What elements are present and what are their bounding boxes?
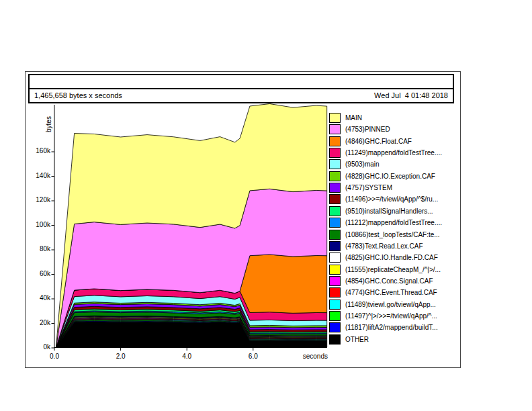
y-tick-label: 60k [40,270,51,277]
legend-row: (11817)liftA2/mappend/buildT... [329,322,438,333]
y-tick-label: 80k [40,245,51,253]
x-tick-label: 6.0 [249,353,258,360]
legend-swatch [329,148,341,158]
x-axis-label: seconds [303,353,328,360]
legend-row: (9503)main [329,158,380,170]
legend-swatch [329,218,341,228]
legend-row: (11555)replicateCheapM_/^|>/... [329,264,441,275]
legend-swatch [329,300,341,310]
legend-row: (4846)GHC.Float.CAF [329,136,412,147]
legend-label: (11497)^|>/>>=/tviewl/qApp/^... [345,311,437,321]
legend-swatch [329,311,341,321]
y-axis-label: bytes [45,116,52,132]
legend-label: (4825)GHC.IO.Handle.FD.CAF [345,253,438,263]
x-tick-label: 2.0 [116,353,126,360]
legend-swatch [329,136,341,146]
legend-row: OTHER [329,334,369,345]
legend: MAIN(4753)PINNED(4846)GHC.Float.CAF(1124… [329,112,460,351]
legend-label: (9510)installSignalHandlers... [345,206,433,216]
y-tick-label: 140k [36,172,51,179]
legend-label: (4846)GHC.Float.CAF [345,136,412,146]
legend-swatch [329,334,341,345]
legend-swatch [329,230,341,240]
legend-swatch [329,287,341,298]
legend-swatch [329,183,341,193]
legend-label: (4757)SYSTEM [345,183,392,193]
legend-swatch [329,206,341,216]
legend-row: MAIN [329,112,362,124]
legend-label: (4774)GHC.Event.Thread.CAF [345,287,437,298]
stacked-areas [56,104,327,348]
y-tick-label: 160k [36,147,51,154]
legend-label: (4828)GHC.IO.Exception.CAF [345,171,435,181]
y-tick-label: 20k [40,319,51,326]
legend-row: (4825)GHC.IO.Handle.FD.CAF [329,252,438,263]
legend-swatch [329,171,341,181]
legend-label: (10866)test_loopTests/CAF:te... [345,230,440,240]
legend-row: (4753)PINNED [329,124,390,135]
legend-row: (11212)mappend/foldTestTree.... [329,217,442,228]
legend-label: (11212)mappend/foldTestTree.... [345,218,442,228]
y-tick-label: 120k [36,196,51,203]
legend-row: (4854)GHC.Conc.Signal.CAF [329,275,433,287]
legend-row: (4757)SYSTEM [329,182,392,193]
legend-label: (4783)Text.Read.Lex.CAF [345,241,423,251]
legend-label: (11555)replicateCheapM_/^|>/... [345,265,441,275]
legend-swatch [329,322,341,332]
legend-row: (9510)installSignalHandlers... [329,205,433,217]
legend-swatch [329,253,341,263]
legend-row: (4774)GHC.Event.Thread.CAF [329,287,437,298]
y-tick-label: 0k [43,343,51,351]
legend-row: (4828)GHC.IO.Exception.CAF [329,171,435,182]
legend-row: (11249)mappend/foldTestTree.... [329,147,442,158]
legend-label: (4753)PINNED [345,124,390,134]
legend-label: MAIN [345,113,362,123]
legend-label: (11489)tviewl.go/tviewl/qApp... [345,300,436,310]
page: extensible-effects-concurrent-test -p $0… [0,0,532,411]
legend-swatch [329,113,341,123]
x-tick-label: 4.0 [182,353,191,360]
legend-swatch [329,241,341,251]
legend-swatch [329,124,341,134]
legend-label: OTHER [345,334,369,345]
y-tick-label: 100k [36,221,51,228]
legend-label: (11249)mappend/foldTestTree.... [345,148,442,158]
legend-swatch [329,265,341,275]
legend-row: (11497)^|>/>>=/tviewl/qApp/^... [329,310,437,322]
legend-row: (4783)Text.Read.Lex.CAF [329,240,423,252]
legend-label: (4854)GHC.Conc.Signal.CAF [345,276,433,286]
x-tick-label: 0.0 [50,353,59,360]
y-tick-label: 40k [40,294,51,302]
legend-row: (11489)tviewl.go/tviewl/qApp... [329,299,436,310]
legend-label: (9503)main [345,159,380,169]
legend-label: (11817)liftA2/mappend/buildT... [345,322,438,332]
legend-label: (11496)>>=/tviewl/qApp/^$/ru... [345,194,438,204]
legend-swatch [329,159,341,169]
legend-swatch [329,276,341,286]
legend-row: (11496)>>=/tviewl/qApp/^$/ru... [329,193,438,205]
legend-row: (10866)test_loopTests/CAF:te... [329,229,440,240]
legend-swatch [329,194,341,204]
